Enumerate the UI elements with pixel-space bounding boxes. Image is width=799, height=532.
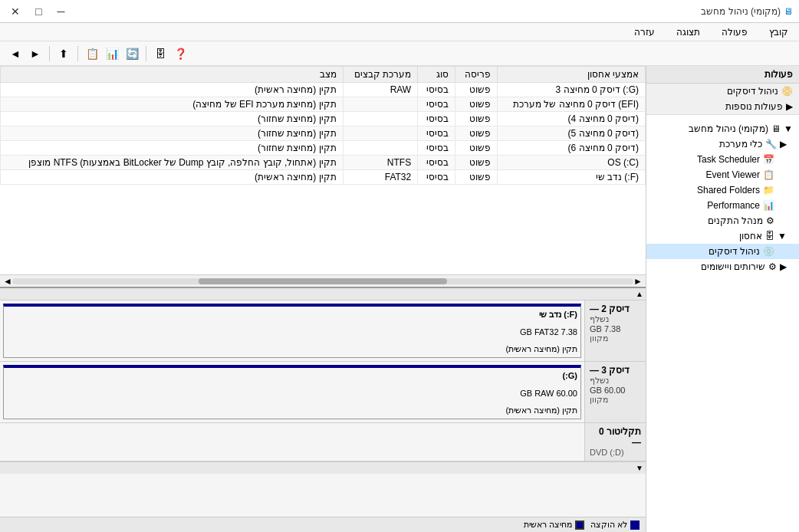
back-button[interactable]: ◄ xyxy=(6,44,25,63)
disk-3-partition-g[interactable]: (G:) GB RAW 60.00 תקין (מחיצה ראשית) xyxy=(3,365,581,419)
menu-file[interactable]: קובץ xyxy=(764,25,793,39)
disk-view: ▲ דיסק 2 — נשלף GB 7.38 מקוון (F:) נדב ש… xyxy=(0,287,646,517)
actions-section: פעולות 📀 ניהול דיסקים ▶ פעולות נוספות xyxy=(646,66,799,115)
disk-mgmt-icon: 📀 xyxy=(781,86,793,97)
table-cell xyxy=(343,97,418,112)
table-cell xyxy=(343,141,418,156)
up-button[interactable]: ⬆ xyxy=(54,44,73,63)
forward-button[interactable]: ► xyxy=(26,44,44,63)
sidebar-task-scheduler[interactable]: 📅 Task Scheduler xyxy=(646,152,799,167)
table-cell: NTFS xyxy=(343,156,418,170)
toolbar-separator-3 xyxy=(146,46,146,61)
table-cell: FAT32 xyxy=(343,170,418,185)
legend-primary: מחיצה ראשית xyxy=(524,520,584,530)
table-cell: פשוט xyxy=(455,170,497,185)
disk-2-partitions: (F:) נדב שי GB FAT32 7.38 תקין (מחיצה רא… xyxy=(0,300,584,361)
col-layout: פריסה xyxy=(455,67,497,83)
table-row[interactable]: (דיסק 0 מחיצה 5)פשוטבסיסיתקין (מחיצת שחז… xyxy=(1,126,646,141)
table-cell: תקין (מחיצה ראשית) xyxy=(1,170,344,185)
performance-icon: 📊 xyxy=(763,200,774,211)
task-scheduler-icon: 📅 xyxy=(763,154,774,165)
sidebar-shared-folders[interactable]: 📁 Shared Folders xyxy=(646,182,799,198)
table-cell: פשוט xyxy=(455,141,497,156)
menu-view[interactable]: תצוגה xyxy=(672,25,705,39)
disk-scroll-down-btn[interactable]: ▼ xyxy=(633,464,646,472)
actions-more[interactable]: ▶ פעולות נוספות xyxy=(646,99,799,114)
legend-primary-box xyxy=(575,521,584,530)
disk-2-partition-f[interactable]: (F:) נדב שי GB FAT32 7.38 תקין (מחיצה רא… xyxy=(3,304,581,358)
refresh-button[interactable]: 🔄 xyxy=(123,44,141,63)
h-scrollbar[interactable]: ◄ ► xyxy=(0,274,646,287)
actions-disk-management[interactable]: 📀 ניהול דיסקים xyxy=(646,84,799,99)
table-row[interactable]: (דיסק 0 מחיצה 4)פשוטבסיסיתקין (מחיצת שחז… xyxy=(1,112,646,126)
sidebar-tools[interactable]: ▶ 🔧 כלי מערכת xyxy=(646,136,799,152)
show-hide-button[interactable]: 📋 xyxy=(83,44,101,63)
scroll-track[interactable] xyxy=(12,278,633,284)
tools-icon: 🔧 xyxy=(765,139,777,149)
disk-2-partition-status: תקין (מחיצה ראשית) xyxy=(7,344,577,354)
table-row[interactable]: (C:) OSפשוטבסיסיNTFSתקין (אתחול, קובץ הח… xyxy=(1,156,646,170)
scroll-thumb[interactable] xyxy=(199,278,447,284)
disk-3-partitions: (G:) GB RAW 60.00 תקין (מחיצה ראשית) xyxy=(0,362,584,422)
table-cell: RAW xyxy=(343,83,418,97)
menu-help[interactable]: עזרה xyxy=(630,25,659,39)
help-button[interactable]: ❓ xyxy=(171,44,189,63)
disk-scroll-down[interactable]: ▼ xyxy=(0,461,646,474)
window-controls: ✕ □ ─ xyxy=(6,4,69,19)
disk-2-name: דיסק 2 — xyxy=(590,304,630,314)
col-name: אמצעי אחסון xyxy=(497,67,645,83)
disk-table-container[interactable]: אמצעי אחסון פריסה סוג מערכת קבצים מצב (G… xyxy=(0,66,646,274)
disk-2-label: דיסק 2 — נשלף GB 7.38 מקוון xyxy=(584,300,646,361)
actions-more-label: פעולות נוספות xyxy=(725,101,783,112)
sidebar-disk-management[interactable]: 💿 ניהול דיסקים xyxy=(646,244,799,259)
sidebar-root[interactable]: ▼ 🖥 (מקומי) ניהול מחשב xyxy=(646,121,799,136)
table-cell: (דיסק 0 מחיצה 5) xyxy=(497,126,645,141)
close-button[interactable]: ✕ xyxy=(6,4,25,19)
storage-icon: 🗄 xyxy=(765,231,774,241)
more-actions-icon: ▶ xyxy=(786,101,793,112)
sidebar-storage[interactable]: ▼ 🗄 אחסון xyxy=(646,228,799,244)
disk-3-partition-label: (G:) xyxy=(7,371,577,380)
table-cell: (דיסק 0 מחיצה 6) xyxy=(497,141,645,156)
table-row[interactable]: (G:) דיסק 0 מחיצה 3פשוטבסיסיRAWתקין (מחי… xyxy=(1,83,646,97)
storage-button[interactable]: 🗄 xyxy=(151,44,169,63)
table-row[interactable]: (F:) נדב שיפשוטבסיסיFAT32תקין (מחיצה ראש… xyxy=(1,170,646,185)
table-cell: פשוט xyxy=(455,126,497,141)
shared-folders-label: Shared Folders xyxy=(697,185,760,195)
table-cell: בסיסי xyxy=(418,156,455,170)
sidebar-services[interactable]: ▶ ⚙ שירותים ויישומים xyxy=(646,259,799,274)
table-cell: (F:) נדב שי xyxy=(497,170,645,185)
disk-scroll-up-btn[interactable]: ▲ xyxy=(633,290,646,298)
disk-management-label: ניהול דיסקים xyxy=(709,246,760,257)
sidebar-performance[interactable]: 📊 Performance xyxy=(646,198,799,213)
services-label: שירותים ויישומים xyxy=(701,261,765,272)
sidebar-event-viewer[interactable]: 📋 Event Viewer xyxy=(646,167,799,182)
scroll-left-btn[interactable]: ◄ xyxy=(3,276,12,287)
toolbar: ◄ ► ⬆ 📋 📊 🔄 🗄 ❓ xyxy=(0,41,799,66)
performance-label: Performance xyxy=(707,200,760,211)
table-row[interactable]: (דיסק 0 מחיצה 6)פשוטבסיסיתקין (מחיצת שחז… xyxy=(1,141,646,156)
window-title: 🖥 (מקומי) ניהול מחשב xyxy=(701,6,793,17)
table-cell: פשוט xyxy=(455,156,497,170)
sidebar-device-manager[interactable]: ⚙ מנהל התקנים xyxy=(646,213,799,228)
computer-icon: 🖥 xyxy=(771,123,781,134)
menu-bar: קובץ פעולה תצוגה עזרה xyxy=(0,23,799,41)
properties-button[interactable]: 📊 xyxy=(103,44,121,63)
minimize-button[interactable]: ─ xyxy=(52,4,69,19)
disk-2-type: נשלף xyxy=(590,314,609,324)
disk-2-status: מקוון xyxy=(590,333,608,343)
disk-2-size: GB 7.38 xyxy=(590,324,620,333)
content-area: אמצעי אחסון פריסה סוג מערכת קבצים מצב (G… xyxy=(0,66,646,532)
event-viewer-icon: 📋 xyxy=(763,169,774,180)
table-cell: (C:) OS xyxy=(497,156,645,170)
legend-bar: לא הוקצה מחיצה ראשית xyxy=(0,517,646,532)
table-cell: תקין (מחיצת מערכת EFI של מחיצה) xyxy=(1,97,344,112)
table-cell: תקין (מחיצת שחזור) xyxy=(1,141,344,156)
scroll-right-btn[interactable]: ► xyxy=(633,276,643,287)
table-cell: תקין (מחיצת שחזור) xyxy=(1,112,344,126)
maximize-button[interactable]: □ xyxy=(31,4,46,19)
menu-action[interactable]: פעולה xyxy=(717,25,752,39)
disk-scroll-up[interactable]: ▲ xyxy=(0,288,646,300)
table-row[interactable]: (EFI) דיסק 0 מחיצה של מערכתפשוטבסיסיתקין… xyxy=(1,97,646,112)
disk-dvd-name: תקליטור 0 — xyxy=(590,426,641,448)
